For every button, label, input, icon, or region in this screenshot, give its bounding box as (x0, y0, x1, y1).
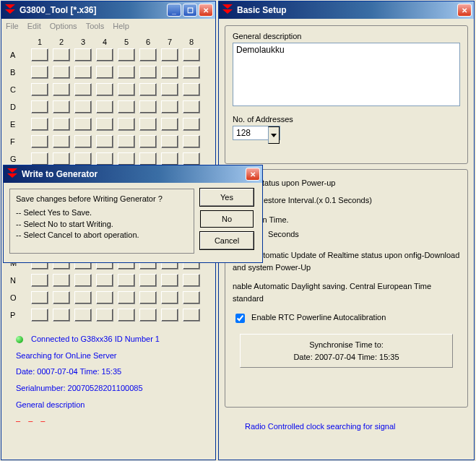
grid-cell[interactable] (118, 274, 135, 287)
grid-cell[interactable] (31, 274, 48, 287)
grid-row: F (10, 133, 207, 150)
menu-tools[interactable]: Tools (86, 22, 105, 30)
grid-cell[interactable] (53, 118, 70, 131)
grid-cell[interactable] (118, 100, 135, 113)
close-button[interactable]: ✕ (457, 4, 472, 17)
grid-cell[interactable] (161, 309, 178, 322)
grid-cell[interactable] (74, 48, 92, 61)
grid-cell[interactable] (161, 152, 178, 165)
grid-cell[interactable] (118, 66, 135, 79)
menu-help[interactable]: Help (113, 22, 129, 30)
grid-cell[interactable] (96, 309, 113, 322)
grid-cell[interactable] (183, 291, 200, 304)
grid-cell[interactable] (139, 66, 157, 79)
grid-cell[interactable] (118, 291, 135, 304)
grid-cell[interactable] (139, 48, 157, 61)
grid-cell[interactable] (96, 291, 113, 304)
grid-cell[interactable] (53, 135, 70, 148)
grid-cell[interactable] (74, 83, 92, 96)
grid-cell[interactable] (53, 83, 70, 96)
menu-options[interactable]: Options (50, 22, 77, 30)
grid-cell[interactable] (183, 135, 200, 148)
grid-cell[interactable] (74, 291, 92, 304)
grid-cell[interactable] (161, 48, 178, 61)
grid-cell[interactable] (53, 66, 70, 79)
grid-cell[interactable] (96, 100, 113, 113)
cancel-button[interactable]: Cancel (200, 232, 254, 249)
grid-cell[interactable] (74, 135, 92, 148)
grid-cell[interactable] (31, 135, 48, 148)
yes-button[interactable]: Yes (200, 189, 254, 206)
menu-edit[interactable]: Edit (27, 22, 41, 30)
sync-time-button[interactable]: Synchronise Time to: Date: 2007-07-04 Ti… (240, 334, 453, 368)
grid-cell[interactable] (96, 135, 113, 148)
grid-cell[interactable] (183, 48, 200, 61)
grid-cell[interactable] (161, 118, 178, 131)
grid-cell[interactable] (139, 135, 157, 148)
grid-cell[interactable] (183, 100, 200, 113)
grid-cell[interactable] (139, 309, 157, 322)
grid-cell[interactable] (118, 309, 135, 322)
grid-cell[interactable] (74, 118, 92, 131)
gen-desc-input[interactable] (233, 43, 460, 106)
grid-cell[interactable] (139, 100, 157, 113)
grid-cell[interactable] (118, 152, 135, 165)
grid-cell[interactable] (183, 118, 200, 131)
grid-cell[interactable] (139, 83, 157, 96)
grid-cell[interactable] (74, 309, 92, 322)
close-button[interactable]: ✕ (199, 4, 213, 17)
grid-cell[interactable] (96, 66, 113, 79)
grid-cell[interactable] (74, 152, 92, 165)
grid-cell[interactable] (31, 309, 48, 322)
grid-cell[interactable] (53, 48, 70, 61)
grid-cell[interactable] (53, 152, 70, 165)
grid-cell[interactable] (183, 309, 200, 322)
grid-cell[interactable] (161, 135, 178, 148)
grid-cell[interactable] (53, 309, 70, 322)
grid-cell[interactable] (161, 66, 178, 79)
chevron-down-icon[interactable] (268, 126, 280, 144)
rtc-checkbox[interactable] (235, 314, 245, 323)
grid-cell[interactable] (183, 66, 200, 79)
grid-cell[interactable] (31, 291, 48, 304)
grid-cell[interactable] (31, 83, 48, 96)
grid-cell[interactable] (139, 118, 157, 131)
grid-cell[interactable] (118, 48, 135, 61)
grid-cell[interactable] (96, 83, 113, 96)
grid-cell[interactable] (74, 66, 92, 79)
grid-cell[interactable] (161, 83, 178, 96)
grid-cell[interactable] (161, 291, 178, 304)
grid-cell[interactable] (161, 274, 178, 287)
minimize-button[interactable]: _ (167, 4, 181, 17)
grid-cell[interactable] (118, 83, 135, 96)
grid-cell[interactable] (74, 274, 92, 287)
grid-cell[interactable] (31, 48, 48, 61)
grid-cell[interactable] (161, 100, 178, 113)
grid-cell[interactable] (31, 100, 48, 113)
grid-cell[interactable] (118, 118, 135, 131)
menu-file[interactable]: File (6, 22, 19, 30)
num-addr-select[interactable]: 128 (233, 126, 280, 140)
grid-cell[interactable] (139, 152, 157, 165)
grid-cell[interactable] (183, 83, 200, 96)
grid-cell[interactable] (139, 291, 157, 304)
grid-cell[interactable] (31, 152, 48, 165)
grid-cell[interactable] (53, 100, 70, 113)
grid-cell[interactable] (53, 274, 70, 287)
grid-cell[interactable] (139, 274, 157, 287)
grid-cell[interactable] (183, 152, 200, 165)
grid-cell[interactable] (74, 100, 92, 113)
grid-cell[interactable] (118, 135, 135, 148)
grid-cell[interactable] (53, 291, 70, 304)
grid-cell[interactable] (183, 274, 200, 287)
close-button[interactable]: ✕ (246, 168, 260, 181)
maximize-button[interactable]: ☐ (183, 4, 197, 17)
row-label: N (10, 276, 29, 285)
grid-cell[interactable] (96, 152, 113, 165)
no-button[interactable]: No (200, 210, 254, 228)
grid-cell[interactable] (31, 118, 48, 131)
grid-cell[interactable] (96, 118, 113, 131)
grid-cell[interactable] (31, 66, 48, 79)
grid-cell[interactable] (96, 274, 113, 287)
grid-cell[interactable] (96, 48, 113, 61)
